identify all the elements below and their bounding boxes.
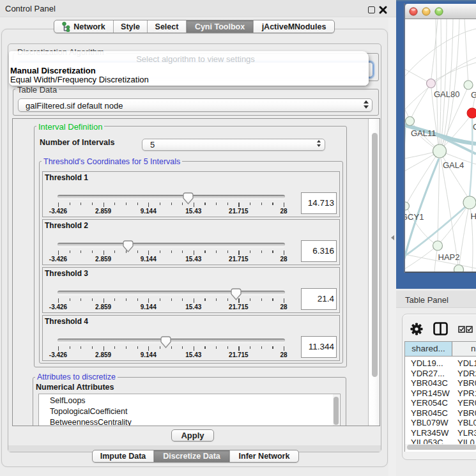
- svg-text:GA: GA: [471, 90, 476, 100]
- svg-text:GAL4: GAL4: [443, 160, 464, 170]
- svg-text:GAL11: GAL11: [411, 128, 436, 138]
- svg-text:GCY1: GCY1: [404, 212, 424, 222]
- svg-text:C: C: [473, 122, 476, 132]
- svg-text:HAP2: HAP2: [438, 252, 460, 262]
- svg-text:GAL80: GAL80: [434, 89, 459, 99]
- svg-text:H: H: [471, 211, 476, 221]
